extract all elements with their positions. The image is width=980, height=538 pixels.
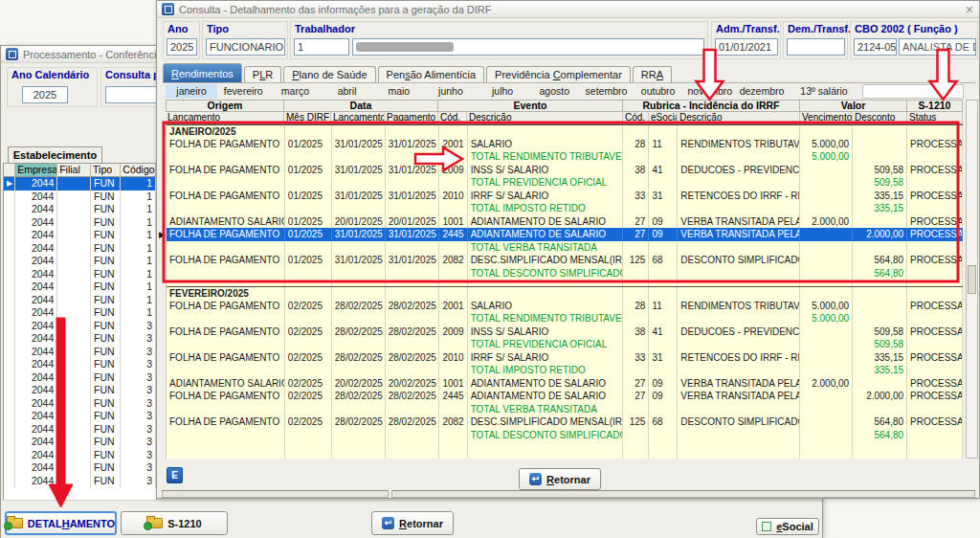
estab-row[interactable]: 2044FUN3 [4, 332, 156, 346]
estab-row[interactable]: 2044FUN3 [4, 410, 156, 423]
grid-row[interactable]: FOLHA DE PAGAMENTO02/202528/02/202528/02… [167, 390, 963, 403]
detalhamento-button[interactable]: DETALHAMENTO [5, 511, 117, 535]
month-tab-agosto[interactable]: agosto [528, 84, 580, 99]
grid-row[interactable]: FOLHA DE PAGAMENTO02/202528/02/202528/02… [167, 351, 963, 365]
grid-row[interactable]: FOLHA DE PAGAMENTO02/202528/02/202528/02… [167, 325, 963, 339]
trabalhador-code-field[interactable]: 1 [294, 38, 349, 56]
estab-row[interactable]: 2044FUN1 [4, 280, 156, 294]
grid-row[interactable]: TOTAL PREVIDENCIA OFICIAL509,58 [167, 338, 963, 351]
retornar-button[interactable]: ↩ Retornar [519, 468, 601, 490]
tab-previd-ncia-complementar[interactable]: Previdência Complementar [486, 66, 631, 82]
tab-plano-de-sa-de[interactable]: Plano de Saúde [283, 66, 375, 82]
grid-cell: 28/02/2025 [332, 300, 386, 313]
tab-rra[interactable]: RRA [633, 66, 672, 82]
grid-row[interactable]: TOTAL DESCONTO SIMPLIFICADO564,80 [167, 267, 963, 280]
month-tab-fevereiro[interactable]: fevereiro [217, 84, 269, 99]
dem-transf-field[interactable] [787, 38, 845, 56]
estab-header-c-digo[interactable]: Código [121, 164, 156, 177]
estab-row[interactable]: 2044FUN3 [4, 475, 156, 488]
estab-row[interactable]: 2044FUN3 [4, 320, 156, 333]
e-toolbar-button[interactable]: E [167, 467, 183, 483]
estab-row[interactable]: ▶2044FUN1 [4, 177, 156, 191]
adm-transf-field[interactable]: 01/01/2021 [715, 38, 778, 56]
grid-row[interactable]: TOTAL DESCONTO SIMPLIFICADO564,80 [167, 429, 963, 442]
estab-row[interactable]: 2044FUN3 [4, 346, 156, 359]
estab-row[interactable]: 2044FUN1 [4, 255, 156, 268]
grid-row[interactable]: TOTAL VERBA TRANSITADA [167, 241, 963, 255]
grid-row[interactable]: TOTAL RENDIMENTO TRIBUTAVEL5.000,00 [167, 312, 963, 325]
month-tab-abril[interactable]: abril [322, 84, 373, 99]
grid-row[interactable]: FEVEREIRO/2025 [167, 286, 963, 300]
grid-row[interactable]: ADIANTAMENTO SALARIO02/202520/02/202520/… [167, 377, 963, 391]
estab-row[interactable]: 2044FUN1 [4, 294, 156, 307]
month-tab-dezembro[interactable]: dezembro [736, 84, 788, 99]
month-tab-mar-o[interactable]: março [269, 84, 321, 99]
month-tab-setembro[interactable]: setembro [580, 84, 632, 99]
s1210-button[interactable]: S-1210 [121, 511, 228, 535]
grid-row[interactable]: FOLHA DE PAGAMENTO02/202528/02/202528/02… [167, 300, 963, 313]
estab-row[interactable]: 2044FUN1 [4, 203, 156, 216]
grid-row[interactable]: JANEIRO/2025 [167, 124, 963, 138]
esocial-button[interactable]: eSocial [756, 518, 819, 535]
ano-calendario-field[interactable]: 2025 [22, 86, 68, 103]
grid-row[interactable]: FOLHA DE PAGAMENTO02/202528/02/202528/02… [167, 415, 963, 429]
grid-row[interactable]: TOTAL IMPOSTO RETIDO335,15 [167, 202, 963, 215]
estab-row[interactable]: 2044FUN1 [4, 242, 156, 256]
grid-row[interactable]: TOTAL RENDIMENTO TRIBUTAVEL5.000,00 [167, 150, 963, 164]
grid-row[interactable] [167, 280, 963, 286]
close-icon[interactable]: × [966, 2, 973, 17]
estab-row[interactable]: 2044FUN3 [4, 449, 156, 462]
grid-row[interactable]: TOTAL VERBA TRANSITADA [167, 403, 963, 416]
tipo-field[interactable]: FUNCIONARIO [206, 38, 285, 56]
estab-row[interactable]: 2044FUN1 [4, 306, 156, 320]
estab-row[interactable]: 2044FUN3 [4, 423, 156, 437]
estab-row[interactable]: 2044FUN1 [4, 191, 156, 204]
grid-column-header-cell: Lançamento [331, 112, 385, 124]
month-tab-13-sal-rio[interactable]: 13º salário [788, 84, 860, 99]
trabalhador-name-field[interactable] [352, 38, 704, 56]
estab-row[interactable]: 2044FUN1 [4, 268, 156, 281]
month-tab-julho[interactable]: julho [477, 84, 528, 99]
grid-row[interactable]: ADIANTAMENTO SALARIO01/202520/01/202520/… [167, 215, 963, 229]
month-tab-outubro[interactable]: outubro [633, 84, 684, 99]
estab-header-tipo[interactable]: Tipo [91, 164, 121, 177]
estab-row[interactable]: 2044FUN1 [4, 229, 156, 242]
estab-row[interactable]: 2044FUN3 [4, 436, 156, 449]
estab-row[interactable]: 2044FUN3 [4, 397, 156, 411]
dem-transf-label: Dem./Transf. [788, 23, 851, 34]
grid-cell: VERBA TRANSITADA PELA [678, 228, 800, 241]
month-tab-novembro[interactable]: novembro [684, 84, 736, 99]
ano-field[interactable]: 2025 [167, 38, 197, 56]
month-tab-janeiro[interactable]: janeiro [166, 84, 217, 99]
estab-header-filial[interactable]: Filial [57, 164, 91, 177]
grid-row[interactable]: FOLHA DE PAGAMENTO01/202531/01/202531/01… [167, 254, 963, 267]
tab-plr[interactable]: PLR [244, 66, 281, 82]
estab-row[interactable]: 2044FUN3 [4, 461, 156, 475]
grid-cell [907, 150, 963, 164]
grid-row[interactable]: TOTAL IMPOSTO RETIDO335,15 [167, 364, 963, 377]
estab-row[interactable]: 2044FUN1 [4, 216, 156, 230]
grid-row[interactable]: FOLHA DE PAGAMENTO01/202531/01/202531/01… [167, 164, 963, 177]
cbo-desc-field[interactable]: ANALISTA DE DESE [899, 38, 976, 56]
estab-row[interactable]: 2044FUN3 [4, 384, 156, 397]
estab-cell [4, 397, 15, 411]
estab-row[interactable]: 2044FUN3 [4, 358, 156, 371]
tab-rendimentos[interactable]: Rendimentos [163, 63, 242, 82]
estab-row[interactable]: 2044FUN3 [4, 371, 156, 385]
grid-row[interactable]: TOTAL PREVIDENCIA OFICIAL509,58 [167, 176, 963, 190]
grid-cell [623, 280, 649, 286]
month-tab-maio[interactable]: maio [373, 84, 425, 99]
retornar-button-bg[interactable]: ↩ Retornar [371, 511, 454, 535]
month-tab-junho[interactable]: junho [425, 84, 477, 99]
grid-row[interactable]: FOLHA DE PAGAMENTO01/202531/01/202531/01… [167, 190, 963, 203]
tab-pens-o-aliment-cia[interactable]: Pensão Alimentícia [378, 66, 485, 82]
scrollbar-thumb[interactable] [968, 265, 976, 294]
cbo-code-field[interactable]: 2124-05 [854, 38, 897, 56]
grid-row[interactable] [167, 441, 963, 459]
grid-row[interactable]: FOLHA DE PAGAMENTO01/202531/01/202531/01… [167, 228, 963, 241]
estab-header-empresa[interactable]: Empresa [15, 164, 57, 177]
grid-row[interactable]: FOLHA DE PAGAMENTO01/202531/01/202531/01… [167, 138, 963, 151]
grid-vertical-scrollbar[interactable] [966, 100, 978, 459]
grid-cell [386, 125, 439, 138]
tab-estabelecimento[interactable]: Estabelecimento [8, 146, 102, 164]
